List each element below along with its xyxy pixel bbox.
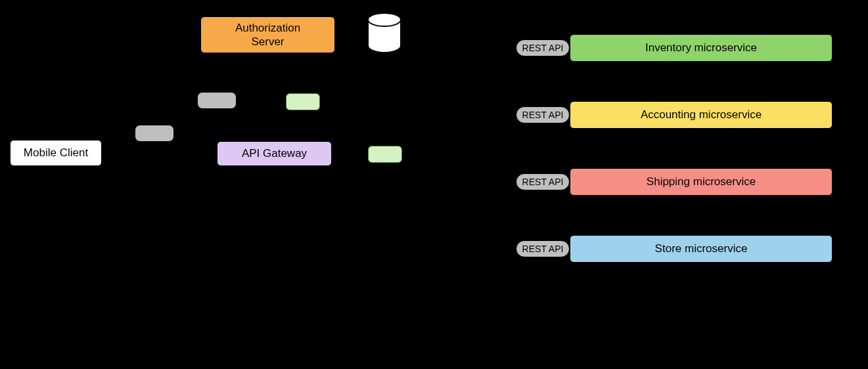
inventory-microservice-node: Inventory microservice	[570, 34, 833, 62]
step1-marker	[197, 92, 237, 109]
step5-marker	[286, 93, 320, 110]
step4-marker	[135, 125, 174, 142]
store-microservice-node: Store microservice	[570, 235, 833, 263]
label-step6: 6. Respond	[145, 197, 195, 209]
label-step3: 3. Return tokens	[126, 108, 198, 120]
inside-marker	[368, 146, 402, 163]
mobile-client-node: Mobile Client	[10, 140, 102, 166]
label-inside-perimeter: Inside secured perimeter	[342, 165, 450, 177]
rest-api-pill-inventory: REST API	[516, 39, 570, 56]
authorization-server-node: Authorization Server	[200, 16, 335, 53]
label-returned-data: Returned data	[390, 297, 453, 309]
svg-point-2	[368, 13, 401, 26]
label-step4: 4. Request resources with access token	[95, 171, 189, 194]
microservices-heading: Microservices	[624, 2, 729, 22]
label-step5: 5. Validate access token, identify clien…	[286, 66, 395, 89]
shipping-microservice-node: Shipping microservice	[570, 168, 833, 196]
rest-api-pill-accounting: REST API	[516, 106, 570, 123]
api-gateway-node: API Gateway	[217, 141, 332, 166]
rest-api-pill-store: REST API	[516, 240, 570, 257]
svg-point-0	[368, 13, 401, 26]
accounting-microservice-node: Accounting microservice	[570, 101, 833, 129]
database-icon	[368, 13, 401, 53]
svg-rect-1	[368, 20, 401, 46]
diagram-stage: Mobile Client Authorization Server API G…	[0, 0, 868, 369]
rest-api-pill-shipping: REST API	[516, 173, 570, 190]
microservices-subheading: Containerized and Orchestrated by Kubern…	[568, 286, 788, 298]
label-step1: 1. Request access and refresh tokens	[95, 66, 177, 89]
label-requests: Requests	[394, 263, 436, 274]
